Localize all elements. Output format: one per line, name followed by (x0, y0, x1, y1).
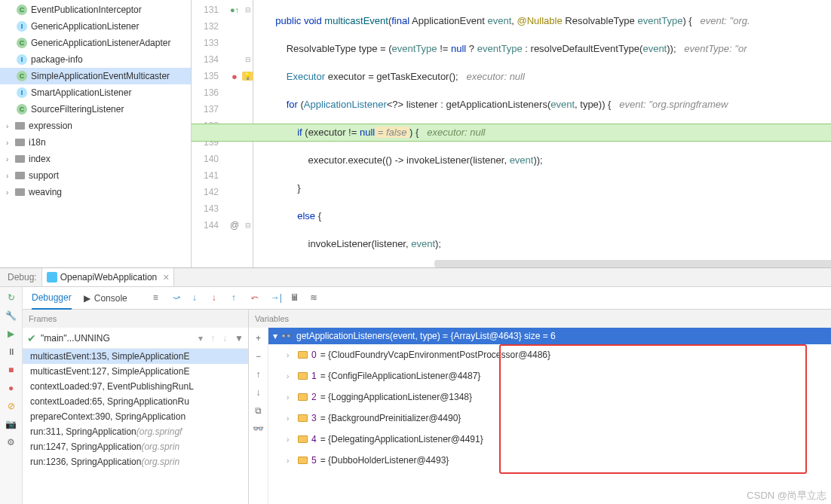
chevron-right-icon: › (6, 188, 15, 197)
stack-frame[interactable]: contextLoaded:65, SpringApplicationRu (23, 394, 248, 409)
run-to-cursor-icon[interactable]: →| (271, 292, 283, 304)
debugger-tab[interactable]: Debugger (32, 287, 72, 310)
folder-label: expression (29, 121, 72, 131)
stack-frame[interactable]: prepareContext:390, SpringApplication (23, 409, 248, 424)
settings-icon[interactable]: ⚙ (5, 436, 17, 448)
class-icon: C (17, 71, 27, 81)
chevron-right-icon: › (6, 139, 15, 147)
tree-file[interactable]: CSourceFilteringListener (0, 101, 191, 118)
watch-expression[interactable]: ▾👓 getApplicationListeners(event, type) … (249, 328, 831, 344)
tree-folder[interactable]: ›support (0, 167, 191, 184)
tree-file[interactable]: CGenericApplicationListenerAdapter (0, 35, 191, 51)
evaluate-icon[interactable]: 🖩 (290, 292, 302, 304)
folder-icon (15, 188, 25, 196)
resume-icon[interactable]: ▶ (5, 328, 17, 340)
debug-label: Debug: (0, 272, 41, 283)
horizontal-scrollbar[interactable] (434, 260, 831, 267)
tree-folder[interactable]: ›expression (0, 118, 191, 134)
thread-name: "main"...UNNING (41, 333, 110, 344)
remove-watch-icon[interactable]: − (253, 350, 265, 362)
mute-bp-icon[interactable]: ⊘ (5, 400, 17, 412)
override-icon[interactable]: @ (230, 220, 239, 231)
copy-icon[interactable]: ⧉ (253, 405, 265, 417)
threads-icon[interactable]: ≡ (153, 292, 165, 304)
folder-icon (15, 172, 25, 179)
close-icon[interactable]: × (163, 271, 169, 283)
bulb-icon[interactable]: 💡 (242, 72, 253, 81)
tree-file[interactable]: ISmartApplicationListener (0, 84, 191, 101)
variable-item[interactable]: › 2 = {LoggingApplicationListener@1348} (249, 386, 831, 408)
debug-header: Debug: OpenapiWebApplication × (0, 268, 831, 287)
tree-file[interactable]: Ipackage-info (0, 51, 191, 68)
chevron-right-icon: › (287, 457, 294, 465)
force-step-into-icon[interactable]: ↓ (212, 292, 224, 304)
inline-hint: eventType: "or (684, 43, 747, 54)
rerun-icon[interactable]: ↻ (5, 292, 17, 304)
stack-frame[interactable]: run:1247, SpringApplication (org.sprin (23, 439, 248, 454)
frames-header: Frames (23, 310, 248, 328)
console-tab[interactable]: ▶ Console (84, 287, 127, 310)
inline-hint: executor: null (427, 127, 485, 138)
trace-icon[interactable]: ≋ (310, 292, 322, 304)
app-icon (47, 272, 57, 283)
variable-item[interactable]: › 0 = {CloudFoundryVcapEnvironmentPostPr… (249, 344, 831, 365)
prev-frame-icon[interactable]: ↑ (210, 333, 215, 344)
variable-item[interactable]: › 3 = {BackgroundPreinitializer@4490} (249, 408, 831, 429)
variable-item[interactable]: › 4 = {DelegatingApplicationListener@449… (249, 429, 831, 450)
chevron-down-icon[interactable]: ▾ (198, 333, 203, 344)
tree-file[interactable]: CSimpleApplicationEventMulticaster (0, 68, 191, 84)
run-configuration-tab[interactable]: OpenapiWebApplication × (41, 268, 175, 286)
tree-folder[interactable]: ›weaving (0, 184, 191, 200)
chevron-right-icon: › (287, 393, 294, 402)
step-out-icon[interactable]: ↑ (232, 292, 244, 304)
step-over-icon[interactable]: ⤻ (173, 292, 185, 304)
stack-frame[interactable]: contextLoaded:97, EventPublishingRunL (23, 379, 248, 394)
inline-hint: event: "org. (701, 15, 750, 26)
up-icon[interactable]: ↑ (253, 368, 265, 380)
stack-frame[interactable]: multicastEvent:135, SimpleApplicationE (23, 349, 248, 364)
stack-frame[interactable]: run:311, SpringApplication (org.springf (23, 424, 248, 439)
tree-folder[interactable]: ›index (0, 151, 191, 167)
tree-label: EventPublicationInterceptor (31, 5, 142, 15)
inline-hint: event: "org.springframew (619, 99, 728, 110)
override-icon[interactable]: ●↑ (230, 5, 239, 14)
filter-icon[interactable]: ▼ (235, 333, 244, 344)
pause-icon[interactable]: ⏸ (5, 346, 17, 358)
variable-item[interactable]: › 5 = {DubboHolderListener@4493} (249, 450, 831, 471)
step-into-icon[interactable]: ↓ (192, 292, 204, 304)
tree-folder[interactable]: ›i18n (0, 134, 191, 151)
field-icon (298, 393, 308, 401)
modify-run-icon[interactable]: 🔧 (5, 310, 17, 322)
breakpoint-icon[interactable]: ● (232, 71, 238, 82)
field-icon (298, 457, 308, 464)
stack-frame[interactable]: multicastEvent:127, SimpleApplicationE (23, 364, 248, 379)
glasses-icon[interactable]: 👓 (253, 423, 265, 435)
add-watch-icon[interactable]: + (253, 332, 265, 344)
down-icon[interactable]: ↓ (253, 386, 265, 399)
folder-label: weaving (29, 187, 62, 197)
check-icon: ✔ (27, 332, 36, 344)
folder-label: index (29, 154, 51, 164)
breakpoints-icon[interactable]: ● (5, 382, 17, 394)
field-icon (298, 351, 308, 359)
next-frame-icon[interactable]: ↓ (222, 333, 227, 344)
tree-file[interactable]: CEventPublicationInterceptor (0, 2, 191, 18)
class-icon: C (17, 104, 27, 115)
tree-file[interactable]: IGenericApplicationListener (0, 18, 191, 35)
interface-icon: I (17, 87, 27, 98)
chevron-right-icon: › (287, 414, 294, 423)
watch-text: getApplicationListeners(event, type) = {… (296, 331, 556, 341)
stack-frame[interactable]: run:1236, SpringApplication (org.sprin (23, 454, 248, 469)
stop-icon[interactable]: ■ (5, 364, 17, 376)
variable-item[interactable]: › 1 = {ConfigFileApplicationListener@448… (249, 365, 831, 386)
camera-icon[interactable]: 📷 (5, 418, 17, 430)
field-icon (298, 372, 308, 380)
thread-selector[interactable]: ✔ "main"...UNNING ▾ ↑ ↓ ▼ (23, 328, 248, 349)
field-icon (298, 414, 308, 422)
debug-side-toolbar: ↻ 🔧 ▶ ⏸ ■ ● ⊘ 📷 ⚙ (0, 287, 23, 504)
folder-icon (15, 139, 25, 146)
code-editor[interactable]: 1311321331341351361371381391401411421431… (192, 0, 831, 267)
project-tree[interactable]: CEventPublicationInterceptorIGenericAppl… (0, 0, 192, 267)
drop-frame-icon[interactable]: ⤺ (251, 292, 263, 304)
breakpoint-line[interactable]: if (executor != null = false ) { executo… (192, 124, 831, 141)
